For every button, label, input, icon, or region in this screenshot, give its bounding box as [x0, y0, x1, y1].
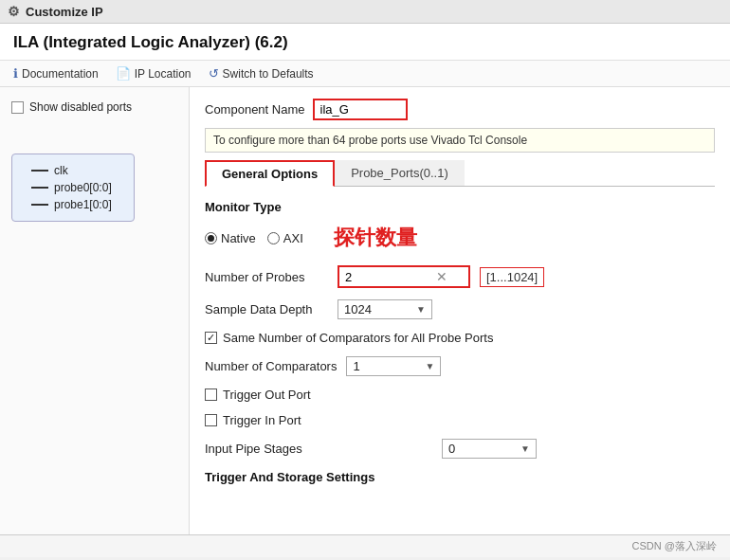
- sample-data-depth-dropdown[interactable]: 1024 ▼: [338, 299, 432, 319]
- probe0-line: probe0[0:0]: [31, 181, 124, 194]
- chinese-annotation: 探针数量: [334, 224, 417, 252]
- main-panel: Component Name To configure more than 64…: [190, 87, 730, 534]
- clk-wire: [31, 170, 48, 172]
- input-pipe-stages-row: Input Pipe Stages 0 ▼: [205, 439, 715, 459]
- trigger-storage-section-title: Trigger And Storage Settings: [205, 470, 715, 484]
- show-disabled-ports-label: Show disabled ports: [29, 100, 132, 114]
- sample-data-depth-label: Sample Data Depth: [205, 302, 328, 316]
- sample-data-depth-row: Sample Data Depth 1024 ▼: [205, 299, 715, 319]
- sidebar: Show disabled ports clk probe0[0:0] prob…: [0, 87, 190, 534]
- number-of-comparators-chevron: ▼: [426, 361, 435, 371]
- show-disabled-ports-row[interactable]: Show disabled ports: [11, 100, 177, 114]
- documentation-label: Documentation: [22, 67, 99, 81]
- component-name-row: Component Name: [205, 99, 715, 120]
- credit-label: CSDN @落入深岭: [632, 540, 717, 551]
- axi-radio-circle[interactable]: [267, 232, 280, 244]
- axi-radio[interactable]: AXI: [267, 231, 303, 245]
- native-radio[interactable]: Native: [205, 231, 256, 245]
- same-number-label: Same Number of Comparators for All Probe…: [223, 331, 493, 345]
- trigger-in-port-row[interactable]: Trigger In Port: [205, 413, 715, 427]
- number-of-probes-label: Number of Probes: [205, 270, 328, 284]
- app-title: ILA (Integrated Logic Analyzer) (6.2): [0, 24, 730, 61]
- switch-to-defaults-button[interactable]: ↺ Switch to Defaults: [209, 66, 314, 81]
- probe1-wire: [31, 204, 48, 206]
- axi-label: AXI: [283, 231, 303, 245]
- same-number-checkbox-row[interactable]: Same Number of Comparators for All Probe…: [205, 331, 715, 345]
- number-of-probes-row: Number of Probes ✕ [1...1024]: [205, 265, 715, 288]
- sample-data-depth-chevron: ▼: [416, 304, 426, 315]
- same-number-checkbox[interactable]: [205, 332, 217, 344]
- tab-general-options-label: General Options: [222, 167, 318, 181]
- content-area: Show disabled ports clk probe0[0:0] prob…: [0, 87, 730, 534]
- title-bar-label: Customize IP: [26, 5, 103, 19]
- main-container: ILA (Integrated Logic Analyzer) (6.2) ℹ …: [0, 24, 730, 557]
- input-pipe-stages-dropdown[interactable]: 0 ▼: [442, 439, 537, 459]
- refresh-icon: ↺: [209, 66, 219, 81]
- probe1-label: probe1[0:0]: [54, 198, 112, 211]
- trigger-out-port-row[interactable]: Trigger Out Port: [205, 388, 715, 402]
- number-of-comparators-value: 1: [353, 359, 359, 373]
- clk-line: clk: [31, 164, 124, 177]
- switch-to-defaults-label: Switch to Defaults: [223, 67, 314, 81]
- toolbar: ℹ Documentation 📄 IP Location ↺ Switch t…: [0, 61, 730, 87]
- ip-location-label: IP Location: [135, 67, 192, 81]
- title-bar: ⚙ Customize IP: [0, 0, 730, 24]
- number-of-comparators-label: Number of Comparators: [205, 359, 337, 373]
- info-bar: To configure more than 64 probe ports us…: [205, 128, 715, 153]
- tab-general-options[interactable]: General Options: [205, 160, 335, 187]
- documentation-button[interactable]: ℹ Documentation: [13, 66, 99, 81]
- trigger-out-port-label: Trigger Out Port: [223, 388, 311, 402]
- native-radio-circle[interactable]: [205, 232, 217, 244]
- number-of-probes-clear[interactable]: ✕: [436, 269, 447, 284]
- ip-location-button[interactable]: 📄 IP Location: [116, 66, 192, 81]
- clk-label: clk: [54, 164, 68, 177]
- location-icon: 📄: [116, 66, 131, 81]
- trigger-out-port-checkbox[interactable]: [205, 388, 217, 401]
- probe0-wire: [31, 187, 48, 189]
- probes-range-hint: [1...1024]: [480, 267, 544, 287]
- component-name-input[interactable]: [313, 99, 408, 120]
- bottom-bar: CSDN @落入深岭: [0, 534, 730, 557]
- probe0-label: probe0[0:0]: [54, 181, 112, 194]
- input-pipe-stages-label: Input Pipe Stages: [205, 442, 328, 456]
- component-name-label: Component Name: [205, 102, 305, 117]
- customize-ip-icon: ⚙: [8, 4, 20, 19]
- tab-probe-ports-label: Probe_Ports(0..1): [351, 166, 448, 180]
- sample-data-depth-value: 1024: [344, 302, 372, 316]
- number-of-comparators-dropdown[interactable]: 1 ▼: [346, 356, 441, 376]
- block-diagram: clk probe0[0:0] probe1[0:0]: [11, 154, 135, 222]
- input-pipe-stages-value: 0: [448, 442, 455, 456]
- trigger-in-port-checkbox[interactable]: [205, 414, 217, 426]
- native-label: Native: [221, 231, 256, 245]
- tabs-row: General Options Probe_Ports(0..1): [205, 160, 715, 187]
- number-of-probes-input[interactable]: [345, 270, 430, 284]
- info-icon: ℹ: [13, 66, 18, 81]
- tab-probe-ports[interactable]: Probe_Ports(0..1): [335, 160, 465, 186]
- monitor-type-section-title: Monitor Type: [205, 200, 715, 214]
- number-of-probes-input-wrapper: ✕: [338, 265, 470, 288]
- show-disabled-ports-checkbox[interactable]: [11, 101, 24, 114]
- input-pipe-stages-chevron: ▼: [520, 443, 530, 454]
- probe1-line: probe1[0:0]: [31, 198, 124, 211]
- trigger-in-port-label: Trigger In Port: [223, 413, 301, 427]
- monitor-type-row: Native AXI 探针数量: [205, 224, 715, 252]
- number-of-comparators-row: Number of Comparators 1 ▼: [205, 356, 715, 376]
